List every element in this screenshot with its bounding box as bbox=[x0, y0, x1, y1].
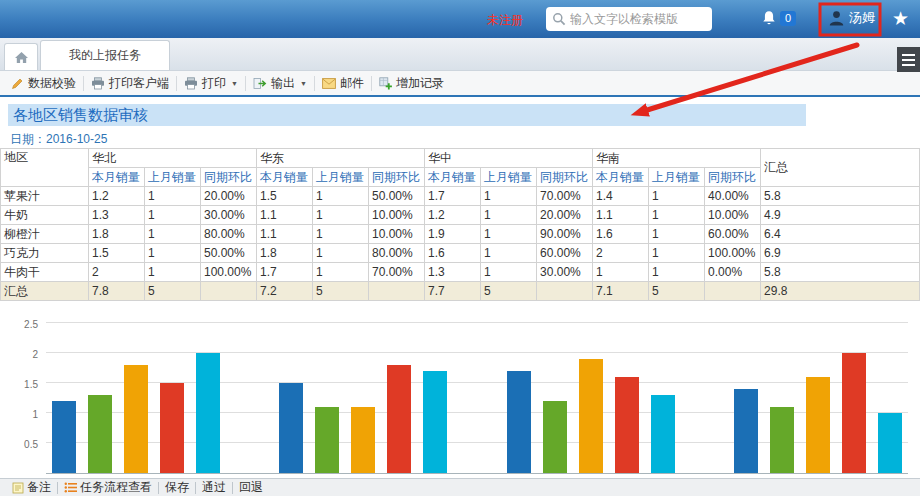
menu-button[interactable] bbox=[897, 47, 920, 72]
sub-header: 上月销量 bbox=[145, 168, 201, 187]
table-cell[interactable]: 1 bbox=[145, 244, 201, 263]
remarks-button[interactable]: 备注 bbox=[6, 479, 57, 496]
table-cell[interactable]: 2 bbox=[593, 244, 649, 263]
table-cell[interactable]: 70.00% bbox=[537, 187, 593, 206]
table-cell[interactable]: 90.00% bbox=[537, 225, 593, 244]
rollback-button[interactable]: 回退 bbox=[233, 479, 269, 496]
tab-bar: 我的上报任务 bbox=[0, 38, 920, 71]
button-label: 输出 bbox=[271, 75, 295, 92]
table-cell[interactable]: 80.00% bbox=[369, 244, 425, 263]
table-cell[interactable]: 50.00% bbox=[201, 244, 257, 263]
sub-header: 本月销量 bbox=[89, 168, 145, 187]
table-cell[interactable]: 1.7 bbox=[425, 187, 481, 206]
tab-my-report-tasks[interactable]: 我的上报任务 bbox=[40, 40, 170, 70]
favorites-star-button[interactable]: ★ bbox=[892, 7, 909, 31]
row-label: 巧克力 bbox=[1, 244, 89, 263]
table-cell[interactable]: 1 bbox=[649, 206, 705, 225]
table-cell[interactable]: 1.5 bbox=[257, 187, 313, 206]
table-cell[interactable]: 40.00% bbox=[705, 187, 761, 206]
table-cell[interactable]: 1 bbox=[649, 187, 705, 206]
print-client-button[interactable]: 打印客户端 bbox=[84, 71, 176, 95]
home-tab[interactable] bbox=[4, 43, 38, 70]
table-cell[interactable]: 30.00% bbox=[537, 263, 593, 282]
chart-bar bbox=[88, 395, 112, 473]
table-row: 巧克力1.5150.00%1.8180.00%1.6160.00%21100.0… bbox=[1, 244, 920, 263]
table-cell[interactable]: 20.00% bbox=[537, 206, 593, 225]
table-cell[interactable]: 1.8 bbox=[89, 225, 145, 244]
table-cell[interactable]: 100.00% bbox=[201, 263, 257, 282]
search-input[interactable] bbox=[570, 12, 706, 26]
table-cell[interactable]: 1 bbox=[145, 187, 201, 206]
table-cell[interactable]: 1 bbox=[145, 206, 201, 225]
chevron-down-icon: ▼ bbox=[231, 80, 238, 87]
table-cell[interactable]: 60.00% bbox=[705, 225, 761, 244]
table-cell[interactable]: 20.00% bbox=[201, 187, 257, 206]
search-box[interactable] bbox=[546, 7, 712, 31]
sub-header: 上月销量 bbox=[649, 168, 705, 187]
save-button[interactable]: 保存 bbox=[159, 479, 195, 496]
table-cell bbox=[369, 282, 425, 301]
table-cell[interactable]: 1.1 bbox=[257, 225, 313, 244]
table-cell[interactable]: 1 bbox=[593, 263, 649, 282]
toolbar: 数据校验 打印客户端 打印 ▼ 输出 ▼ 邮件 bbox=[0, 71, 920, 95]
table-cell: 5 bbox=[145, 282, 201, 301]
table-cell[interactable]: 1.1 bbox=[257, 206, 313, 225]
table-cell[interactable]: 1 bbox=[649, 225, 705, 244]
table-cell[interactable]: 1 bbox=[313, 206, 369, 225]
table-cell[interactable]: 10.00% bbox=[705, 206, 761, 225]
table-cell[interactable]: 1 bbox=[481, 263, 537, 282]
table-cell[interactable]: 1 bbox=[313, 225, 369, 244]
table-cell[interactable]: 1.8 bbox=[257, 244, 313, 263]
table-cell[interactable]: 1.3 bbox=[89, 206, 145, 225]
table-cell[interactable]: 1 bbox=[481, 244, 537, 263]
table-cell[interactable]: 1.6 bbox=[593, 225, 649, 244]
table-cell[interactable]: 1 bbox=[649, 244, 705, 263]
summary-row: 汇总7.857.257.757.1529.8 bbox=[1, 282, 920, 301]
table-cell[interactable]: 1 bbox=[649, 263, 705, 282]
user-icon bbox=[828, 10, 845, 26]
task-flow-view-button[interactable]: 任务流程查看 bbox=[58, 479, 158, 496]
table-cell[interactable]: 60.00% bbox=[537, 244, 593, 263]
approve-button[interactable]: 通过 bbox=[196, 479, 232, 496]
table-cell[interactable]: 70.00% bbox=[369, 263, 425, 282]
table-cell[interactable]: 1.7 bbox=[257, 263, 313, 282]
add-record-button[interactable]: 增加记录 bbox=[372, 71, 451, 95]
table-cell[interactable]: 1.6 bbox=[425, 244, 481, 263]
table-cell[interactable]: 1 bbox=[145, 263, 201, 282]
y-axis-tick: 2 bbox=[0, 349, 38, 360]
table-cell[interactable]: 1.9 bbox=[425, 225, 481, 244]
bar-group-4 bbox=[734, 353, 902, 473]
table-cell[interactable]: 2 bbox=[89, 263, 145, 282]
user-menu-button[interactable]: 汤姆 bbox=[828, 9, 875, 27]
table-cell[interactable]: 1 bbox=[313, 187, 369, 206]
table-cell[interactable]: 1 bbox=[481, 206, 537, 225]
star-icon: ★ bbox=[892, 8, 909, 29]
home-icon bbox=[14, 51, 29, 64]
table-cell[interactable]: 10.00% bbox=[369, 206, 425, 225]
data-validate-button[interactable]: 数据校验 bbox=[4, 71, 83, 95]
table-cell[interactable]: 1.5 bbox=[89, 244, 145, 263]
notification-bell-button[interactable] bbox=[761, 10, 777, 31]
chart-bar bbox=[160, 383, 184, 473]
table-cell[interactable]: 100.00% bbox=[705, 244, 761, 263]
row-label: 苹果汁 bbox=[1, 187, 89, 206]
table-cell[interactable]: 50.00% bbox=[369, 187, 425, 206]
table-cell[interactable]: 80.00% bbox=[201, 225, 257, 244]
table-cell[interactable]: 1.2 bbox=[89, 187, 145, 206]
tab-label: 我的上报任务 bbox=[69, 47, 141, 64]
print-button[interactable]: 打印 ▼ bbox=[177, 71, 245, 95]
table-cell[interactable]: 1.1 bbox=[593, 206, 649, 225]
table-cell[interactable]: 0.00% bbox=[705, 263, 761, 282]
table-cell[interactable]: 1 bbox=[481, 187, 537, 206]
mail-button[interactable]: 邮件 bbox=[315, 71, 371, 95]
table-cell[interactable]: 30.00% bbox=[201, 206, 257, 225]
table-cell[interactable]: 1 bbox=[145, 225, 201, 244]
table-cell[interactable]: 1 bbox=[481, 225, 537, 244]
table-cell[interactable]: 1 bbox=[313, 244, 369, 263]
export-button[interactable]: 输出 ▼ bbox=[246, 71, 314, 95]
table-cell[interactable]: 1.3 bbox=[425, 263, 481, 282]
table-cell[interactable]: 1 bbox=[313, 263, 369, 282]
table-cell[interactable]: 1.2 bbox=[425, 206, 481, 225]
table-cell[interactable]: 1.4 bbox=[593, 187, 649, 206]
table-cell[interactable]: 10.00% bbox=[369, 225, 425, 244]
